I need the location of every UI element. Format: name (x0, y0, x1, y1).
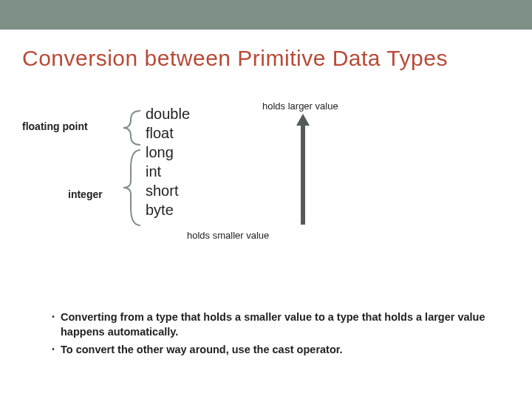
brace-floating-point-icon (115, 109, 143, 146)
brace-integer-icon (115, 149, 143, 227)
bullet-text-2: To convert the other way around, use the… (61, 343, 343, 358)
type-short: short (146, 181, 190, 200)
title-bar (0, 0, 532, 30)
bullet-icon: • (46, 343, 61, 353)
list-item: • To convert the other way around, use t… (46, 343, 488, 358)
holds-larger-label: holds larger value (262, 100, 338, 112)
diagram: floating point integer double float long… (0, 100, 532, 270)
type-double: double (146, 104, 190, 123)
slide-title: Conversion between Primitive Data Types (0, 30, 532, 71)
type-list: double float long int short byte (146, 104, 190, 219)
bullet-text-1: Converting from a type that holds a smal… (61, 310, 488, 339)
type-long: long (146, 143, 190, 162)
up-arrow-icon (293, 114, 313, 225)
integer-label: integer (68, 188, 103, 200)
type-byte: byte (146, 200, 190, 219)
list-item: • Converting from a type that holds a sm… (46, 310, 488, 339)
bullet-icon: • (46, 310, 61, 321)
bullet-list: • Converting from a type that holds a sm… (46, 310, 488, 361)
type-int: int (146, 162, 190, 181)
type-float: float (146, 123, 190, 143)
holds-smaller-label: holds smaller value (187, 230, 269, 241)
floating-point-label: floating point (22, 120, 88, 132)
